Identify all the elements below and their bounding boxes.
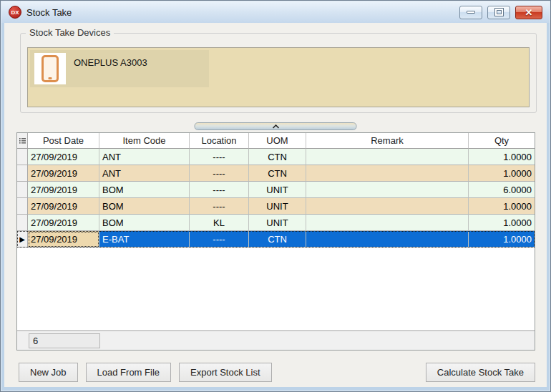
cell-item-code[interactable]: BOM [99, 198, 190, 215]
cell-item-code[interactable]: E-BAT [99, 231, 190, 248]
cell-remark[interactable] [306, 165, 469, 182]
row-indicator-cell[interactable] [17, 215, 28, 231]
table-row[interactable]: ▶ 27/09/2019 E-BAT ---- CTN 1.0000 [17, 231, 535, 248]
grid-body: 27/09/2019 ANT ---- CTN 1.0000 27/09/201… [17, 149, 535, 330]
cell-item-code[interactable]: ANT [99, 149, 190, 165]
cell-remark[interactable] [306, 149, 469, 165]
cell-qty[interactable]: 1.0000 [469, 231, 535, 248]
row-indicator-cell[interactable] [17, 165, 28, 182]
client-area: Stock Take Devices ONEPLUS A3003 [4, 23, 547, 387]
cell-item-code[interactable]: ANT [99, 165, 190, 182]
devices-group-label: Stock Take Devices [26, 27, 114, 38]
table-row[interactable]: 27/09/2019 ANT ---- CTN 1.0000 [17, 149, 535, 165]
cell-qty[interactable]: 1.0000 [469, 149, 535, 165]
table-row[interactable]: 27/09/2019 ANT ---- CTN 1.0000 [17, 165, 535, 182]
close-icon: ✕ [525, 8, 533, 17]
new-job-button[interactable]: New Job [19, 363, 78, 382]
device-list: ONEPLUS A3003 [27, 47, 530, 107]
cell-qty[interactable]: 1.0000 [469, 215, 535, 231]
titlebar: DX Stock Take ✕ [1, 1, 550, 23]
chevron-up-icon [272, 124, 279, 129]
cell-remark[interactable] [306, 231, 469, 248]
column-header-item-code[interactable]: Item Code [99, 133, 190, 149]
phone-icon [42, 55, 59, 82]
load-from-file-button[interactable]: Load From File [86, 363, 171, 382]
cell-post-date[interactable]: 27/09/2019 [28, 231, 99, 248]
cell-location[interactable]: ---- [190, 182, 249, 198]
column-header-location[interactable]: Location [190, 133, 249, 149]
cell-location[interactable]: KL [190, 215, 249, 231]
calculate-stock-take-button[interactable]: Calculate Stock Take [426, 363, 535, 382]
row-count-summary: 6 [29, 333, 100, 348]
close-button[interactable]: ✕ [515, 6, 542, 19]
cell-remark[interactable] [306, 215, 469, 231]
maximize-button[interactable] [487, 6, 510, 19]
column-header-remark[interactable]: Remark [306, 133, 469, 149]
cell-location[interactable]: ---- [190, 149, 249, 165]
grid-header: Post Date Item Code Location UOM Remark … [17, 133, 535, 149]
cell-post-date[interactable]: 27/09/2019 [28, 165, 99, 182]
table-row[interactable]: 27/09/2019 BOM ---- UNIT 6.0000 [17, 182, 535, 198]
device-item[interactable]: ONEPLUS A3003 [30, 50, 209, 87]
cell-location[interactable]: ---- [190, 231, 249, 248]
cell-uom[interactable]: CTN [249, 165, 306, 182]
minimize-icon [467, 11, 475, 14]
grid-customize-button[interactable] [17, 133, 28, 149]
column-header-post-date[interactable]: Post Date [28, 133, 99, 149]
maximize-icon [495, 9, 503, 16]
column-header-uom[interactable]: UOM [249, 133, 306, 149]
grid-customize-icon [19, 137, 26, 144]
cell-qty[interactable]: 6.0000 [469, 182, 535, 198]
window-title: Stock Take [26, 7, 72, 18]
column-header-qty[interactable]: Qty [469, 133, 535, 149]
caption-buttons: ✕ [459, 6, 542, 19]
cell-qty[interactable]: 1.0000 [469, 198, 535, 215]
cell-uom[interactable]: CTN [249, 149, 306, 165]
device-label: ONEPLUS A3003 [74, 57, 147, 68]
cell-uom[interactable]: UNIT [249, 215, 306, 231]
cell-location[interactable]: ---- [190, 165, 249, 182]
button-bar: New Job Load From File Export Stock List… [19, 363, 535, 382]
phone-icon-box [34, 53, 66, 84]
cell-remark[interactable] [306, 198, 469, 215]
cell-qty[interactable]: 1.0000 [469, 165, 535, 182]
row-indicator-cell[interactable] [17, 182, 28, 198]
cell-uom[interactable]: CTN [249, 231, 306, 248]
cell-post-date[interactable]: 27/09/2019 [28, 149, 99, 165]
row-indicator-cell[interactable] [17, 198, 28, 215]
cell-uom[interactable]: UNIT [249, 198, 306, 215]
cell-uom[interactable]: UNIT [249, 182, 306, 198]
cell-remark[interactable] [306, 182, 469, 198]
stock-take-grid: Post Date Item Code Location UOM Remark … [16, 132, 535, 351]
table-row[interactable]: 27/09/2019 BOM ---- UNIT 1.0000 [17, 198, 535, 215]
devices-groupbox: Stock Take Devices ONEPLUS A3003 [20, 33, 537, 113]
cell-item-code[interactable]: BOM [99, 182, 190, 198]
app-badge-icon: DX [9, 6, 21, 19]
stock-take-window: DX Stock Take ✕ Stock Take Devices ONE [0, 0, 551, 392]
cell-post-date[interactable]: 27/09/2019 [28, 198, 99, 215]
collapse-splitter[interactable] [195, 122, 357, 130]
cell-item-code[interactable]: BOM [99, 215, 190, 231]
table-row[interactable]: 27/09/2019 BOM KL UNIT 1.0000 [17, 215, 535, 231]
row-indicator-cell[interactable] [17, 149, 28, 165]
cell-location[interactable]: ---- [190, 198, 249, 215]
minimize-button[interactable] [459, 6, 482, 19]
row-indicator-cell[interactable]: ▶ [17, 231, 28, 248]
export-stock-list-button[interactable]: Export Stock List [179, 363, 272, 382]
grid-footer: 6 [17, 330, 535, 350]
cell-post-date[interactable]: 27/09/2019 [28, 182, 99, 198]
cell-post-date[interactable]: 27/09/2019 [28, 215, 99, 231]
